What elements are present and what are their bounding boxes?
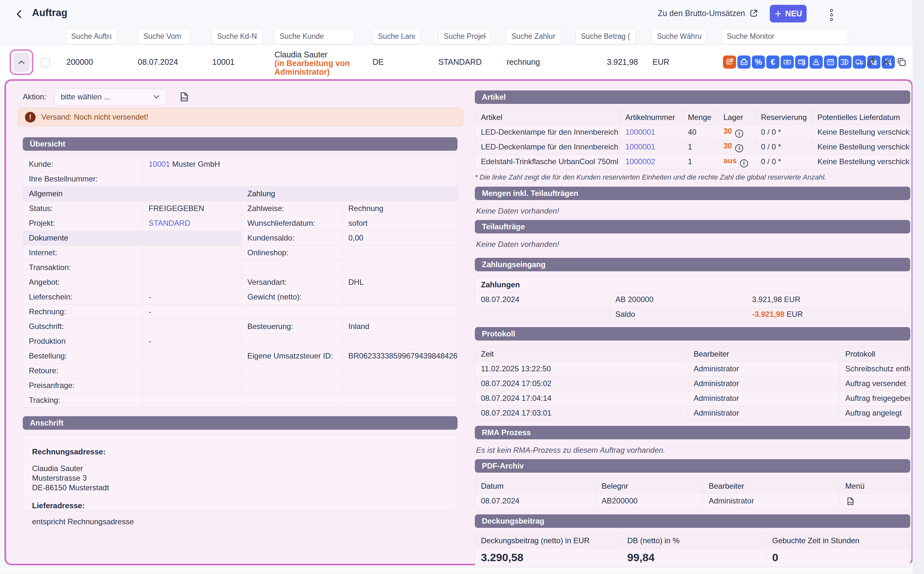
artikel-row: Edelstahl-Trinkflasche UrbanCool 750ml *… xyxy=(475,154,910,169)
back-button[interactable] xyxy=(13,8,26,20)
teilauftraege-empty: Keine Daten vorhanden! xyxy=(476,240,559,249)
warning-text: Versand: Noch nicht versendet! xyxy=(41,112,148,121)
next-row-peek xyxy=(0,567,913,574)
new-button[interactable]: NEU xyxy=(770,5,807,22)
search-filter-row xyxy=(0,28,913,45)
order-currency: EUR xyxy=(652,57,669,67)
uebersicht-table: Kunde: 10001 Muster GmbH Ihre Bestellnum… xyxy=(23,156,458,408)
action-select[interactable]: bitte wählen ... xyxy=(54,88,167,105)
order-customer: Claudia Sauter (in Bearbeitung von Admin… xyxy=(274,50,374,76)
order-detail-panel: Aktion: bitte wählen ... PDF ! Versand: … xyxy=(5,79,913,565)
zahlungen-table: Zahlungen 08.07.2024 AB 200000 3.921,98 … xyxy=(475,277,910,322)
ust-value: BR0623333859967943984842605EK xyxy=(342,348,457,363)
protokoll-row: 11.02.2025 13:22:50AdministratorSchreibs… xyxy=(475,361,910,376)
rma-empty: Es ist kein RMA-Prozess zu diesem Auftra… xyxy=(476,446,665,455)
search-zahlung-input[interactable] xyxy=(506,28,561,44)
order-payment: rechnung xyxy=(507,57,540,67)
artnr-link[interactable]: 1000001 xyxy=(625,142,655,151)
chevron-down-icon xyxy=(153,95,160,99)
search-vom-input[interactable] xyxy=(138,28,191,44)
order-table-row[interactable]: 200000 08.07.2024 10001 Claudia Sauter (… xyxy=(0,45,913,79)
action-pdf-icon[interactable]: PDF xyxy=(178,91,190,102)
percent-icon[interactable]: % xyxy=(752,55,765,69)
info-icon[interactable]: i xyxy=(740,159,748,167)
search-monitor-input[interactable] xyxy=(721,28,848,44)
delete-icon[interactable] xyxy=(881,57,891,67)
search-waehrung-input[interactable] xyxy=(652,28,707,44)
order-customer-no: 10001 xyxy=(212,57,235,67)
row-checkbox[interactable] xyxy=(41,58,50,67)
order-amount: 3.921,98 xyxy=(590,57,638,67)
chevron-left-icon xyxy=(15,9,24,19)
svg-text:PDF: PDF xyxy=(848,501,853,504)
card-refresh-icon[interactable] xyxy=(795,55,808,69)
row-expander[interactable] xyxy=(9,49,33,75)
artikel-footnote: * Die linke Zahl zeigt die für den Kunde… xyxy=(475,173,826,181)
truck-icon[interactable] xyxy=(853,55,866,69)
anschrift-box: Rechnungsadresse: Claudia Sauter Musters… xyxy=(23,435,458,511)
plus-icon xyxy=(774,10,782,17)
section-deckungsbeitrag: Deckungsbeitrag xyxy=(475,514,910,528)
overflow-menu-button[interactable] xyxy=(826,8,837,21)
search-projekt-input[interactable] xyxy=(438,28,491,44)
customer-name: Claudia Sauter xyxy=(274,50,327,59)
zahlung-row: 08.07.2024 AB 200000 3.921,98 EUR xyxy=(475,292,910,307)
saldo-value: -3.921,98 xyxy=(752,310,784,319)
sec-zahlung: Zahlung xyxy=(241,186,457,201)
deckungsbeitrag-values: 3.290,58 99,84 0 xyxy=(475,548,910,567)
section-mengen: Mengen inkl. Teilaufträgen xyxy=(475,187,910,200)
section-rma: RMA Prozess xyxy=(475,426,910,439)
db-netto-percent: 99,84 xyxy=(627,551,655,563)
artnr-link[interactable]: 1000002 xyxy=(625,157,655,166)
coin-euro-icon[interactable]: € xyxy=(838,55,852,69)
sec-allgemein: Allgemein xyxy=(23,186,241,201)
edit-icon[interactable] xyxy=(866,57,876,67)
page-title: Auftrag xyxy=(32,7,67,19)
protokoll-row: 08.07.2024 17:03:01AdministratorAuftrag … xyxy=(475,406,910,420)
rechnungsadresse-label: Rechnungsadresse: xyxy=(32,447,448,457)
user-icon[interactable] xyxy=(809,55,823,69)
status-value: FREIGEGEBEN xyxy=(143,201,241,216)
svg-text:€: € xyxy=(844,60,847,65)
artikel-row: LED-Deckenlampe für den Innenbereich 100… xyxy=(475,125,910,139)
pdf-download-icon[interactable]: PDF xyxy=(845,497,855,506)
section-zahlungseingang: Zahlungseingang xyxy=(475,258,910,271)
address-line3: DE-86150 Musterstadt xyxy=(32,483,448,492)
kunde-link[interactable]: 10001 xyxy=(149,160,170,168)
saldo-label: Saldo xyxy=(609,307,746,322)
mengen-empty: Keine Daten vorhanden! xyxy=(476,207,559,216)
order-project: STANDARD xyxy=(438,57,482,67)
projekt-link[interactable]: STANDARD xyxy=(149,219,190,227)
order-number: 200000 xyxy=(66,57,93,67)
section-anschrift: Anschrift xyxy=(23,416,458,430)
section-pdf-archiv: PDF-Archiv xyxy=(475,459,910,473)
lieferadresse-value: entspricht Rechnungsadresse xyxy=(32,517,448,527)
kunde-value: 10001 Muster GmbH xyxy=(143,157,457,172)
address-line1: Claudia Sauter xyxy=(32,464,448,473)
gross-revenue-link[interactable]: Zu den Brutto-Umsätzen xyxy=(658,8,759,18)
search-auftrag-input[interactable] xyxy=(66,28,117,44)
svg-text:PDF: PDF xyxy=(181,96,187,100)
warning-icon: ! xyxy=(25,112,36,123)
search-kdnr-input[interactable] xyxy=(212,28,263,44)
auftrag-screen: Auftrag Zu den Brutto-Umsätzen NEU 20 xyxy=(0,0,924,574)
search-kunde-input[interactable] xyxy=(274,28,354,44)
info-icon[interactable]: i xyxy=(735,144,743,152)
bestellnr-label: Ihre Bestellnummer: xyxy=(23,172,143,186)
protokoll-table: Zeit Bearbeiter Protokoll 11.02.2025 13:… xyxy=(475,346,910,421)
action-bar: Aktion: bitte wählen ... PDF xyxy=(23,88,190,105)
copy-icon[interactable] xyxy=(896,57,907,67)
search-land-input[interactable] xyxy=(373,28,421,44)
order-country: DE xyxy=(373,57,384,67)
protokoll-row: 08.07.2024 17:05:02AdministratorAuftrag … xyxy=(475,376,910,391)
info-icon[interactable]: i xyxy=(735,129,743,137)
search-betrag-input[interactable] xyxy=(576,28,636,44)
artnr-link[interactable]: 1000001 xyxy=(625,128,655,136)
db-netto-eur: 3.290,58 xyxy=(481,551,523,563)
print-blocked-icon[interactable] xyxy=(723,55,736,69)
cash-icon[interactable] xyxy=(781,55,794,69)
calendar-icon[interactable] xyxy=(824,55,837,69)
mail-icon[interactable] xyxy=(737,55,751,69)
euro-icon[interactable]: € xyxy=(766,55,779,69)
artikel-row: LED-Deckenlampe für den Innenbereich 100… xyxy=(475,139,910,154)
